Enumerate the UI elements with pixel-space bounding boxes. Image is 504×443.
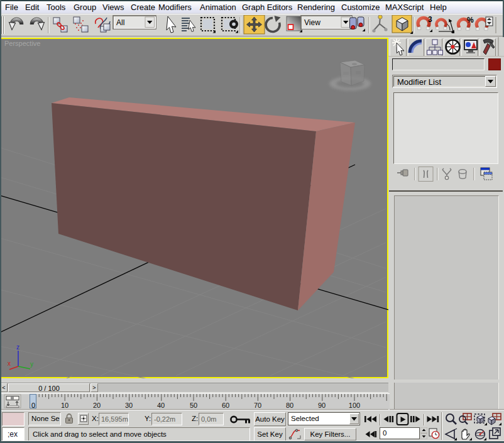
svg-text:View: View (304, 18, 320, 27)
svg-text:All: All (116, 18, 124, 27)
svg-text:z: z (16, 344, 19, 351)
svg-text:3: 3 (428, 15, 432, 24)
svg-text:y: y (30, 361, 33, 368)
svg-text:x: x (8, 360, 11, 367)
svg-text:%: % (467, 16, 474, 25)
